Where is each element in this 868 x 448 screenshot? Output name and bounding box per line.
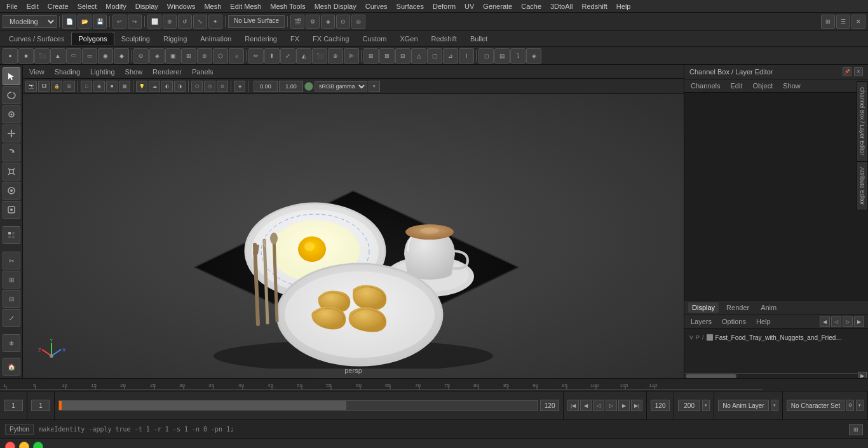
dr-tab-render[interactable]: Render bbox=[722, 302, 753, 313]
tab-bullet[interactable]: Bullet bbox=[464, 32, 494, 45]
cb-tab-channels[interactable]: Channels bbox=[688, 81, 722, 91]
tool-transform[interactable]: ✦ bbox=[208, 15, 222, 29]
smooth-btn[interactable]: ⊿ bbox=[443, 48, 458, 64]
new-scene-btn[interactable]: 📄 bbox=[62, 15, 76, 29]
snap-tool[interactable] bbox=[3, 182, 20, 200]
uv-snap-btn[interactable]: ◈ bbox=[526, 48, 541, 64]
render-btn[interactable]: 🎬 bbox=[290, 15, 304, 29]
fx-btn[interactable]: ◈ bbox=[321, 15, 335, 29]
relax-btn[interactable]: ⌇ bbox=[459, 48, 474, 64]
char-set-dropdown[interactable]: No Character Set bbox=[787, 400, 844, 411]
vp-lock-btn[interactable]: 🔒 bbox=[51, 81, 62, 92]
undo-btn[interactable]: ↩ bbox=[112, 15, 126, 29]
split-btn[interactable]: ⊟ bbox=[395, 48, 410, 64]
bool-btn[interactable]: ⊕ bbox=[328, 48, 343, 64]
render-settings-btn[interactable]: ⚙ bbox=[306, 15, 320, 29]
layers-scroll-up[interactable]: ◀ bbox=[820, 316, 830, 327]
menu-windows[interactable]: Windows bbox=[163, 1, 200, 11]
layers-scroll-prev[interactable]: ◁ bbox=[831, 316, 841, 327]
bridge-left[interactable]: ⤢ bbox=[3, 309, 20, 327]
vp-bfc-btn[interactable]: ◷ bbox=[204, 81, 215, 92]
range-start-input[interactable] bbox=[31, 400, 50, 411]
extrude-btn[interactable]: ⬆ bbox=[264, 48, 280, 64]
mirror-btn[interactable]: ⫸ bbox=[344, 48, 359, 64]
uv-layout-btn[interactable]: ▤ bbox=[494, 48, 510, 64]
menu-uv[interactable]: UV bbox=[461, 1, 478, 11]
cb-tab-object[interactable]: Object bbox=[750, 81, 775, 91]
tri-btn[interactable]: △ bbox=[411, 48, 426, 64]
uv-transfer-btn[interactable]: ⤵ bbox=[510, 48, 526, 64]
home-btn[interactable]: 🏠 bbox=[3, 358, 20, 376]
subdiv-btn[interactable]: ⊙ bbox=[133, 48, 149, 64]
tab-polygons[interactable]: Polygons bbox=[71, 32, 114, 45]
bevel-btn[interactable]: ◭ bbox=[296, 48, 311, 64]
layers-scroll-next[interactable]: ▷ bbox=[843, 316, 853, 327]
win-min-btn[interactable]: − bbox=[19, 442, 29, 448]
cut-tool[interactable]: ✂ bbox=[3, 252, 20, 269]
vp-xray-btn[interactable]: ⬡ bbox=[191, 81, 203, 92]
layers-scrollbar[interactable]: ▶ bbox=[684, 373, 868, 378]
pipe-btn[interactable]: ⟐ bbox=[229, 48, 244, 64]
char-set-arrow[interactable]: ▾ bbox=[856, 400, 864, 411]
dr-tab-anim[interactable]: Anim bbox=[757, 302, 780, 313]
merge-btn[interactable]: ⤢ bbox=[280, 48, 295, 64]
end-frame-input[interactable] bbox=[651, 400, 670, 411]
bridge-btn[interactable]: ⬛ bbox=[312, 48, 327, 64]
menu-display[interactable]: Display bbox=[132, 1, 162, 11]
uv-unfold-btn[interactable]: ◻ bbox=[478, 48, 494, 64]
vp-colorspace-btn[interactable] bbox=[304, 82, 313, 91]
vp-colorspace-select[interactable]: sRGB gamma bbox=[315, 81, 367, 92]
component-mode[interactable] bbox=[3, 226, 20, 244]
ico-sphere-btn[interactable]: ◈ bbox=[149, 48, 165, 64]
paint-tool[interactable] bbox=[3, 105, 20, 123]
menu-surfaces[interactable]: Surfaces bbox=[393, 1, 428, 11]
platonic-btn[interactable]: ◆ bbox=[114, 48, 129, 64]
grid-btn[interactable]: ⊞ bbox=[181, 48, 196, 64]
layers-scrollbar-thumb[interactable] bbox=[686, 374, 736, 378]
vp-zoom-input[interactable] bbox=[279, 81, 303, 92]
rotate-tool[interactable] bbox=[3, 144, 20, 161]
offset-loop[interactable]: ⊟ bbox=[3, 290, 20, 308]
layer-item-name[interactable]: Fast_Food_Tray_with_Nuggets_and_Fried_E bbox=[715, 334, 843, 341]
current-frame-input[interactable] bbox=[4, 400, 23, 411]
cube-btn[interactable]: ■ bbox=[18, 48, 34, 64]
menu-3dtoall[interactable]: 3DtoAll bbox=[546, 1, 576, 11]
quad-btn[interactable]: ▢ bbox=[427, 48, 442, 64]
workspace-dropdown[interactable]: Modeling Rigging Animation Rendering FX bbox=[3, 15, 57, 28]
menu-help[interactable]: Help bbox=[613, 1, 635, 11]
pen-btn[interactable]: ✏ bbox=[248, 48, 264, 64]
play-fwd-btn[interactable]: ▷ bbox=[606, 400, 617, 411]
torus-btn[interactable]: ⬭ bbox=[66, 48, 81, 64]
vp-grid-btn[interactable]: ⊞ bbox=[64, 81, 75, 92]
vp-shadows-btn[interactable]: ☁ bbox=[149, 81, 160, 92]
vp-menu-lighting[interactable]: Lighting bbox=[88, 67, 118, 77]
helix-btn[interactable]: ⊚ bbox=[197, 48, 212, 64]
tool-rotate[interactable]: ↺ bbox=[178, 15, 192, 29]
insert-loop[interactable]: ⊞ bbox=[3, 271, 20, 288]
range-bar[interactable] bbox=[58, 400, 538, 411]
layers-menu-layers[interactable]: Layers bbox=[688, 316, 714, 327]
menu-mesh-display[interactable]: Mesh Display bbox=[311, 1, 360, 11]
menu-deform[interactable]: Deform bbox=[429, 1, 459, 11]
tab-curves-surfaces[interactable]: Curves / Surfaces bbox=[3, 32, 71, 45]
layers-menu-options[interactable]: Options bbox=[719, 316, 749, 327]
vp-hud-btn[interactable]: ⊙ bbox=[217, 81, 228, 92]
tab-xgen[interactable]: XGen bbox=[393, 32, 424, 45]
max-frame-input[interactable] bbox=[678, 400, 700, 411]
layers-menu-help[interactable]: Help bbox=[754, 316, 773, 327]
menu-file[interactable]: File bbox=[3, 1, 22, 11]
jump-start-btn[interactable]: |◀ bbox=[567, 400, 579, 411]
vp-menu-panels[interactable]: Panels bbox=[189, 67, 216, 77]
vp-wireframe-btn[interactable]: □ bbox=[81, 81, 92, 92]
save-btn[interactable]: 💾 bbox=[93, 15, 107, 29]
vp-menu-view[interactable]: View bbox=[27, 67, 47, 77]
tool-move[interactable]: ⊕ bbox=[163, 15, 177, 29]
vp-aa-btn[interactable]: ◑ bbox=[174, 81, 186, 92]
fill-btn[interactable]: ⊠ bbox=[379, 48, 395, 64]
vp-camera-btn[interactable]: 📷 bbox=[25, 81, 37, 92]
universal-tool[interactable] bbox=[3, 201, 20, 219]
scale-tool[interactable] bbox=[3, 163, 20, 180]
play-back-btn[interactable]: ◁ bbox=[593, 400, 604, 411]
menu-curves[interactable]: Curves bbox=[362, 1, 391, 11]
tab-redshift[interactable]: Redshift bbox=[425, 32, 463, 45]
